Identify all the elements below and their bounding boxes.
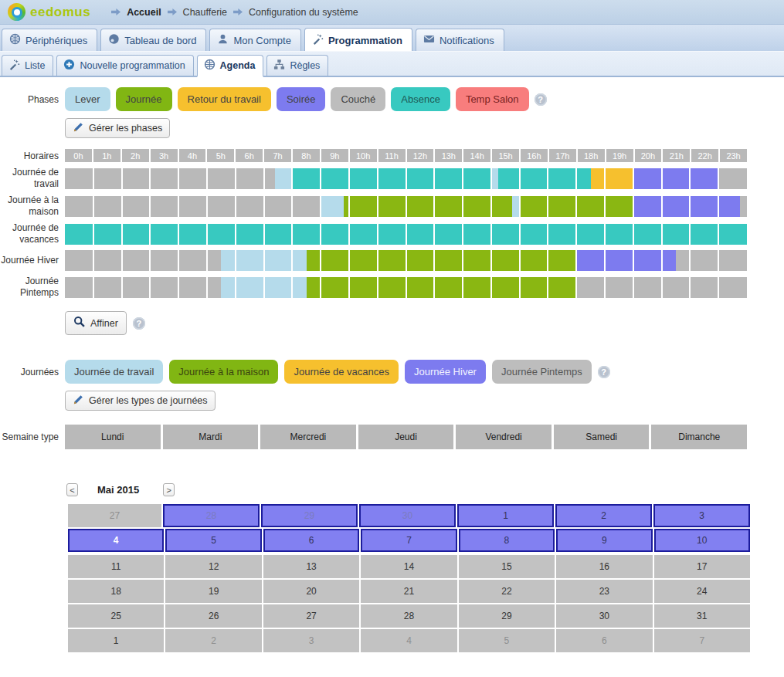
calendar-day-cell[interactable]: 1 (457, 504, 554, 527)
calendar-day-cell[interactable]: 30 (359, 504, 456, 527)
week-day-dimanche[interactable]: Dimanche (651, 425, 747, 449)
refine-button[interactable]: Affiner (65, 311, 127, 335)
week-day-jeudi[interactable]: Jeudi (358, 425, 454, 449)
calendar-day-cell[interactable]: 4 (68, 529, 164, 552)
week-day-samedi[interactable]: Samedi (554, 425, 650, 449)
hour-separator (93, 277, 94, 298)
schedule-bar-journee-de-travail[interactable] (65, 168, 747, 189)
calendar-day-cell[interactable]: 21 (361, 580, 456, 603)
calendar-day-cell[interactable]: 28 (163, 504, 260, 527)
hour-label: 5h (207, 149, 234, 162)
main-tab-peripheriques[interactable]: Périphériques (2, 29, 97, 51)
journees-label: Journées (0, 367, 65, 377)
calendar-day-cell[interactable]: 18 (68, 580, 164, 603)
breadcrumb-chaufferie[interactable]: Chaufferie (183, 7, 227, 18)
calendar-day-cell[interactable]: 2 (165, 629, 261, 652)
calendar-day-cell[interactable]: 14 (361, 555, 456, 578)
schedule-bar-journee-hiver[interactable] (65, 250, 747, 271)
calendar-day-cell[interactable]: 25 (68, 604, 164, 628)
week-day-vendredi[interactable]: Vendredi (456, 425, 552, 449)
phases-help-icon[interactable]: ? (535, 93, 547, 106)
calendar-day-cell[interactable]: 29 (261, 504, 358, 527)
week-day-lundi[interactable]: Lundi (65, 425, 161, 449)
phase-button-lever[interactable]: Lever (65, 87, 110, 111)
calendar-day-cell[interactable]: 19 (165, 580, 261, 603)
calendar-next-button[interactable]: > (163, 483, 175, 496)
main-tab-mon-compte[interactable]: Mon Compte (209, 29, 300, 51)
eedomus-logo[interactable]: eedomus (8, 3, 90, 21)
manage-journees-button[interactable]: Gérer les types de journées (65, 391, 216, 411)
calendar-day-cell[interactable]: 7 (361, 529, 456, 552)
calendar-day-cell[interactable]: 28 (361, 604, 456, 628)
schedule-row-label: Journée à la maison (0, 195, 65, 218)
phase-button-couché[interactable]: Couché (331, 87, 385, 111)
hour-separator (206, 277, 208, 298)
calendar-day-cell[interactable]: 20 (263, 580, 359, 603)
week-day-mardi[interactable]: Mardi (163, 425, 259, 449)
calendar-day-cell[interactable]: 7 (654, 629, 750, 652)
calendar-day-cell[interactable]: 24 (654, 580, 750, 603)
calendar-day-cell[interactable]: 8 (459, 529, 555, 552)
calendar-day-cell[interactable]: 9 (556, 529, 652, 552)
calendar-day-cell[interactable]: 30 (556, 604, 652, 628)
journee-button-journee-hiver[interactable]: Journée Hiver (405, 360, 486, 384)
calendar-day-cell[interactable]: 11 (68, 555, 164, 578)
calendar-day-cell[interactable]: 16 (556, 555, 652, 578)
main-tab-programmation[interactable]: Programmation (304, 28, 412, 51)
calendar-day-cell[interactable]: 22 (459, 580, 555, 603)
calendar-day-cell[interactable]: 12 (165, 555, 261, 578)
calendar-day-cell[interactable]: 3 (653, 504, 750, 527)
journee-button-journee-de-travail[interactable]: Journée de travail (65, 360, 163, 384)
calendar-day-cell[interactable]: 2 (555, 504, 652, 527)
phase-button-retour-du-travail[interactable]: Retour du travail (178, 87, 271, 111)
calendar-day-cell[interactable]: 29 (459, 604, 555, 628)
calendar-day-cell[interactable]: 31 (654, 604, 750, 628)
phase-button-absence[interactable]: Absence (391, 87, 450, 111)
calendar-day-cell[interactable]: 17 (654, 555, 750, 578)
hour-separator (149, 250, 151, 271)
schedule-bar-journee-de-vacances[interactable] (65, 224, 747, 245)
calendar-day-cell[interactable]: 6 (556, 629, 652, 652)
main-tab-tableau-de-bord[interactable]: Tableau de bord (100, 29, 206, 51)
sub-tab-liste[interactable]: Liste (2, 55, 53, 76)
schedule-bar-journee-a-la-maison[interactable] (65, 196, 747, 217)
hour-separator (178, 250, 179, 271)
journee-button-journee-de-vacances[interactable]: Journée de vacances (284, 360, 399, 384)
breadcrumb-accueil[interactable]: Accueil (127, 7, 161, 18)
calendar-day-cell[interactable]: 27 (263, 604, 359, 628)
calendar-week-row: 11121314151617 (68, 555, 750, 578)
calendar-day-cell[interactable]: 3 (263, 629, 359, 652)
phase-button-soirée[interactable]: Soirée (277, 87, 326, 111)
calendar-week-row: 1234567 (68, 629, 750, 652)
calendar-day-cell[interactable]: 10 (654, 529, 750, 552)
calendar-prev-button[interactable]: < (66, 483, 78, 496)
sub-tab-nouvelle-programmation[interactable]: Nouvelle programmation (56, 55, 193, 76)
hour-label: 1h (93, 149, 120, 162)
calendar-day-cell[interactable]: 5 (165, 529, 261, 552)
phase-button-temp-salon[interactable]: Temp Salon (456, 87, 529, 111)
calendar-day-cell[interactable]: 1 (68, 629, 164, 652)
week-day-mercredi[interactable]: Mercredi (260, 425, 356, 449)
calendar-day-cell[interactable]: 5 (459, 629, 555, 652)
hour-separator (490, 250, 492, 271)
horaires-label: Horaires (0, 151, 65, 161)
calendar-day-cell[interactable]: 13 (263, 555, 359, 578)
hour-separator (661, 250, 663, 271)
calendar-day-cell[interactable]: 6 (263, 529, 359, 552)
journee-button-journee-pintemps[interactable]: Journée Pintemps (492, 360, 592, 384)
schedule-bar-journee-pintemps[interactable] (65, 277, 747, 298)
refine-help-icon[interactable]: ? (133, 317, 145, 330)
main-tab-notifications[interactable]: Notifications (416, 29, 504, 51)
sub-tab-regles[interactable]: Règles (266, 55, 328, 76)
phase-button-journée[interactable]: Journée (116, 87, 172, 111)
calendar-day-cell[interactable]: 23 (556, 580, 652, 603)
calendar-day-cell[interactable]: 27 (68, 504, 161, 527)
calendar-day-cell[interactable]: 15 (459, 555, 555, 578)
breadcrumb-configuration[interactable]: Configuration du système (249, 7, 358, 18)
sub-tab-agenda[interactable]: Agenda (197, 55, 264, 77)
journees-help-icon[interactable]: ? (598, 366, 610, 378)
manage-phases-button[interactable]: Gérer les phases (65, 118, 170, 138)
calendar-day-cell[interactable]: 26 (165, 604, 261, 628)
journee-button-journee-a-la-maison[interactable]: Journée à la maison (169, 360, 278, 384)
calendar-day-cell[interactable]: 4 (361, 629, 456, 652)
